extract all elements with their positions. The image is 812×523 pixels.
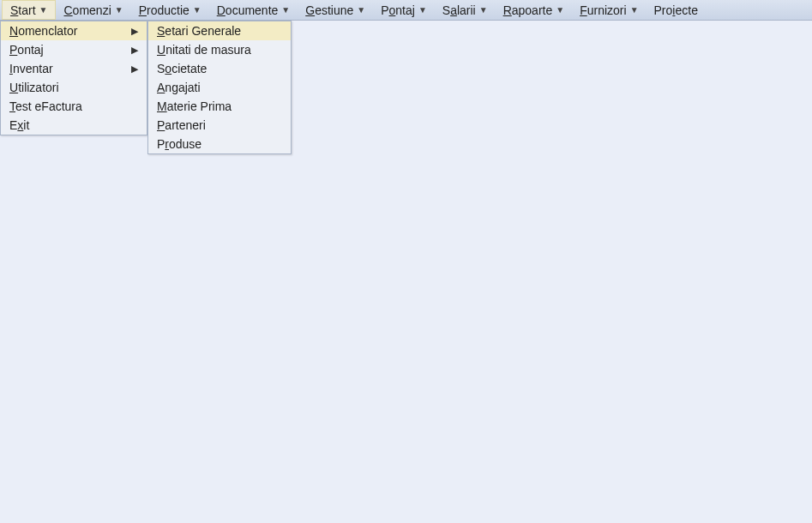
menubar-label: Productie [139,3,189,17]
chevron-down-icon: ▼ [39,5,48,15]
menubar: Start▼Comenzi▼Productie▼Documente▼Gestiu… [0,0,812,21]
submenu-item-setari-generale[interactable]: Setari Generale [148,21,291,40]
submenu-item-angajati[interactable]: Angajati [148,78,291,97]
dropdown-label: Test eFactura [9,99,82,113]
menubar-item-productie[interactable]: Productie▼ [131,0,209,20]
chevron-down-icon: ▼ [479,5,488,15]
menubar-label: Documente [217,3,279,17]
chevron-down-icon: ▼ [193,5,201,15]
menubar-label: Furnizori [580,3,626,17]
submenu-item-unitati-de-masura[interactable]: Unitati de masura [148,40,291,59]
menubar-label: Salarii [442,3,476,17]
chevron-down-icon: ▼ [115,5,123,15]
menubar-item-gestiune[interactable]: Gestiune▼ [298,0,373,20]
chevron-right-icon: ▶ [131,26,138,37]
menubar-label: Comenzi [63,3,111,17]
submenu-label: Produse [157,137,201,151]
dropdown-label: Inventar [9,62,53,75]
dropdown-item-nomenclator[interactable]: Nomenclator▶ [1,21,147,40]
chevron-right-icon: ▶ [131,45,138,56]
dropdown-item-pontaj[interactable]: Pontaj▶ [1,40,147,59]
menubar-item-salarii[interactable]: Salarii▼ [435,0,496,20]
submenu-label: Parteneri [157,118,206,132]
submenu-item-parteneri[interactable]: Parteneri [148,116,291,135]
submenu-item-produse[interactable]: Produse [148,135,291,153]
menubar-label: Pontaj [381,3,415,17]
menubar-item-furnizori[interactable]: Furnizori▼ [572,0,646,20]
dropdown-item-inventar[interactable]: Inventar▶ [1,59,147,78]
submenu-item-materie-prima[interactable]: Materie Prima [148,97,291,116]
menubar-label: Proiecte [654,3,698,17]
chevron-down-icon: ▼ [418,5,427,15]
dropdown-label: Utilizatori [9,81,59,94]
dropdown-label: Nomenclator [9,24,77,38]
menubar-item-documente[interactable]: Documente▼ [209,0,298,20]
menubar-item-comenzi[interactable]: Comenzi▼ [56,0,130,20]
dropdown-label: Exit [9,118,29,132]
chevron-down-icon: ▼ [630,5,639,15]
submenu-label: Societate [157,62,207,75]
chevron-down-icon: ▼ [357,5,365,15]
menubar-item-start[interactable]: Start▼ [2,0,56,20]
chevron-right-icon: ▶ [131,63,138,75]
menubar-label: Rapoarte [503,3,553,17]
chevron-down-icon: ▼ [556,5,564,15]
submenu-label: Angajati [157,81,201,94]
start-dropdown: Nomenclator▶Pontaj▶Inventar▶UtilizatoriT… [0,21,147,135]
submenu-label: Materie Prima [157,99,232,113]
menubar-label: Start [10,3,36,17]
nomenclator-submenu: Setari GeneraleUnitati de masuraSocietat… [147,21,292,154]
dropdown-item-test-efactura[interactable]: Test eFactura [1,97,147,116]
menubar-item-rapoarte[interactable]: Rapoarte▼ [496,0,573,20]
submenu-item-societate[interactable]: Societate [148,59,291,78]
submenu-label: Unitati de masura [157,43,251,57]
menubar-item-pontaj[interactable]: Pontaj▼ [373,0,435,20]
dropdown-item-exit[interactable]: Exit [1,116,147,135]
menubar-item-proiecte[interactable]: Proiecte [647,0,706,20]
dropdown-label: Pontaj [9,43,44,57]
dropdown-item-utilizatori[interactable]: Utilizatori [1,78,147,97]
submenu-label: Setari Generale [157,24,241,38]
menubar-label: Gestiune [305,3,353,17]
chevron-down-icon: ▼ [281,5,290,15]
